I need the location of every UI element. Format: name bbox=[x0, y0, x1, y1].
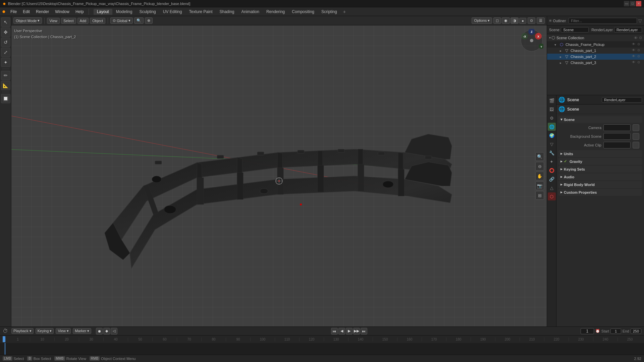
jump-start-btn[interactable]: ⏮ bbox=[331, 328, 338, 335]
anim-key-btn[interactable]: ◆ bbox=[103, 328, 110, 335]
end-frame-input[interactable]: 250 bbox=[631, 328, 641, 334]
jump-end-btn[interactable]: ⏭ bbox=[361, 328, 367, 335]
camera-value-btn[interactable] bbox=[633, 124, 639, 131]
camera-view-button[interactable]: 📷 bbox=[535, 181, 544, 190]
solid-shading-btn[interactable]: ◉ bbox=[502, 17, 510, 24]
workspace-layout[interactable]: Layout bbox=[94, 9, 112, 15]
viewport-3d[interactable]: User Perspective (1) Scene Collection | … bbox=[11, 25, 547, 326]
zoom-out-button[interactable]: ⊖ bbox=[535, 162, 544, 171]
timeline-frame-bar[interactable] bbox=[0, 343, 644, 355]
next-frame-btn[interactable]: ▶▶ bbox=[353, 328, 360, 335]
menu-help[interactable]: Help bbox=[73, 9, 87, 15]
visibility-btn-part2[interactable]: 👁 bbox=[632, 54, 637, 59]
viewport-select-menu[interactable]: Select bbox=[61, 18, 76, 24]
outliner-item-chassis-frame[interactable]: ▾ ⬡ Chassis_Frame_Pickup 👁 ⊙ bbox=[547, 42, 644, 48]
viewport-add-menu[interactable]: Add bbox=[77, 18, 89, 24]
pivot-point-selector[interactable]: ⊙ Global ▾ bbox=[110, 17, 133, 24]
prop-physics-icon[interactable]: ⭕ bbox=[548, 166, 556, 174]
window-controls[interactable]: — □ ✕ bbox=[624, 1, 641, 6]
navigation-gizmo[interactable]: X -X Z Y bbox=[520, 29, 543, 52]
annotate-tool-button[interactable]: ✏ bbox=[1, 71, 10, 80]
workspace-animation[interactable]: Animation bbox=[238, 9, 263, 15]
play-pause-btn[interactable]: ▶ bbox=[346, 328, 353, 335]
proportional-edit[interactable]: ⊕ bbox=[145, 17, 153, 24]
prop-render-icon[interactable]: 🎬 bbox=[548, 97, 556, 105]
prop-scene-icon[interactable]: 🌐 bbox=[548, 123, 556, 131]
menu-file[interactable]: File bbox=[8, 9, 19, 15]
visibility-btn-chassis-frame[interactable]: 👁 bbox=[632, 42, 637, 47]
prop-material-icon[interactable]: ⬡ bbox=[548, 192, 556, 200]
rendered-shading-btn[interactable]: ● bbox=[519, 18, 526, 24]
object-add-button[interactable]: 🔲 bbox=[1, 94, 10, 103]
outliner-filter-icon[interactable]: ▽ bbox=[638, 18, 642, 23]
camera-value[interactable] bbox=[603, 124, 631, 131]
timeline-ruler[interactable]: 1 10 20 30 40 50 60 70 80 90 100 110 120… bbox=[5, 338, 642, 341]
rigid-body-world-section-header[interactable]: ▸ Rigid Body World bbox=[558, 181, 642, 188]
outliner-item-chassis-part-3[interactable]: ▸ ▽ Chassis_part_3 👁 ⊙ bbox=[547, 60, 644, 66]
minimize-button[interactable]: — bbox=[624, 1, 629, 6]
outliner-item-chassis-part-2[interactable]: ▸ ▽ Chassis_part_2 👁 ⊙ bbox=[547, 54, 644, 60]
prop-particles-icon[interactable]: ✦ bbox=[548, 158, 556, 166]
menu-window[interactable]: Window bbox=[52, 9, 72, 15]
add-workspace-button[interactable]: + bbox=[341, 8, 348, 15]
grid-view-button[interactable]: ⊞ bbox=[535, 191, 544, 200]
audio-section-header[interactable]: ▸ Audio bbox=[558, 173, 642, 180]
background-scene-btn[interactable] bbox=[633, 133, 639, 140]
workspace-scripting[interactable]: Scripting bbox=[318, 9, 340, 15]
menu-edit[interactable]: Edit bbox=[20, 9, 33, 15]
measure-tool-button[interactable]: 📐 bbox=[1, 81, 10, 90]
move-tool-button[interactable]: ✥ bbox=[1, 27, 10, 37]
workspace-uv-editing[interactable]: UV Editing bbox=[160, 9, 185, 15]
background-scene-value[interactable] bbox=[603, 133, 631, 140]
scene-section-header[interactable]: ▾ Scene bbox=[558, 116, 642, 123]
render-btn-part1[interactable]: ⊙ bbox=[637, 48, 642, 53]
keying-menu[interactable]: Keying ▾ bbox=[36, 328, 54, 334]
prop-object-icon[interactable]: ▽ bbox=[548, 140, 556, 148]
menu-render[interactable]: Render bbox=[33, 9, 52, 15]
marker-menu[interactable]: Marker ▾ bbox=[73, 328, 91, 334]
workspace-modeling[interactable]: Modeling bbox=[113, 9, 136, 15]
outliner-item-chassis-part-1[interactable]: ▸ ▽ Chassis_part_1 👁 ⊙ bbox=[547, 48, 644, 54]
prev-frame-btn[interactable]: ◀ bbox=[338, 328, 345, 335]
workspace-texture-paint[interactable]: Texture Paint bbox=[185, 9, 216, 15]
workspace-shading[interactable]: Shading bbox=[216, 9, 238, 15]
prop-view-layer-icon[interactable]: ⚙ bbox=[548, 114, 556, 122]
workspace-rendering[interactable]: Rendering bbox=[263, 9, 288, 15]
snap-toggle[interactable]: 🔍 bbox=[134, 17, 144, 24]
viewport-object-menu[interactable]: Object bbox=[90, 18, 105, 24]
viewport-view-menu[interactable]: View bbox=[47, 18, 60, 24]
active-clip-value[interactable] bbox=[603, 142, 631, 148]
scene-collection-render[interactable]: ⊙ bbox=[639, 36, 642, 40]
visibility-btn-part1[interactable]: 👁 bbox=[632, 48, 637, 53]
keying-sets-section-header[interactable]: ▸ Keying Sets bbox=[558, 166, 642, 173]
current-frame-input[interactable]: 1 bbox=[581, 328, 594, 334]
start-frame-input[interactable]: 1 bbox=[610, 328, 621, 334]
render-btn-chassis-frame[interactable]: ⊙ bbox=[637, 42, 642, 47]
object-mode-selector[interactable]: Object Mode ▾ bbox=[13, 17, 42, 24]
active-clip-btn[interactable] bbox=[633, 142, 639, 148]
rotate-tool-button[interactable]: ↺ bbox=[1, 38, 10, 47]
visibility-btn-part3[interactable]: 👁 bbox=[632, 60, 637, 65]
scene-collection-arrow[interactable]: ▾ bbox=[549, 36, 551, 40]
scene-selector[interactable]: Scene bbox=[561, 27, 589, 33]
transform-tool-button[interactable]: ✦ bbox=[1, 58, 10, 67]
scene-collection-visibility[interactable]: 👁 bbox=[634, 36, 638, 40]
prop-renderlayer-input[interactable] bbox=[602, 97, 642, 103]
zoom-in-button[interactable]: 🔍 bbox=[535, 152, 544, 161]
outliner-search-input[interactable] bbox=[569, 18, 637, 24]
maximize-button[interactable]: □ bbox=[630, 1, 635, 6]
playback-menu[interactable]: Playback ▾ bbox=[11, 328, 34, 334]
workspace-compositing[interactable]: Compositing bbox=[288, 9, 318, 15]
prop-modifier-icon[interactable]: 🔧 bbox=[548, 149, 556, 157]
scale-tool-button[interactable]: ⤢ bbox=[1, 48, 10, 57]
options-button[interactable]: Options ▾ bbox=[472, 17, 492, 24]
pan-view-button[interactable]: ✋ bbox=[535, 172, 544, 180]
viewport-overlay-btn[interactable]: ⊙ bbox=[528, 17, 535, 24]
close-button[interactable]: ✕ bbox=[636, 1, 641, 6]
timeline-playhead[interactable] bbox=[3, 336, 5, 342]
custom-props-section-header[interactable]: ▸ Custom Properties bbox=[558, 189, 642, 196]
workspace-sculpting[interactable]: Sculpting bbox=[136, 9, 159, 15]
material-shading-btn[interactable]: ◑ bbox=[511, 17, 519, 24]
render-btn-part2[interactable]: ⊙ bbox=[637, 54, 642, 59]
viewport-xray-btn[interactable]: ☰ bbox=[537, 17, 545, 24]
